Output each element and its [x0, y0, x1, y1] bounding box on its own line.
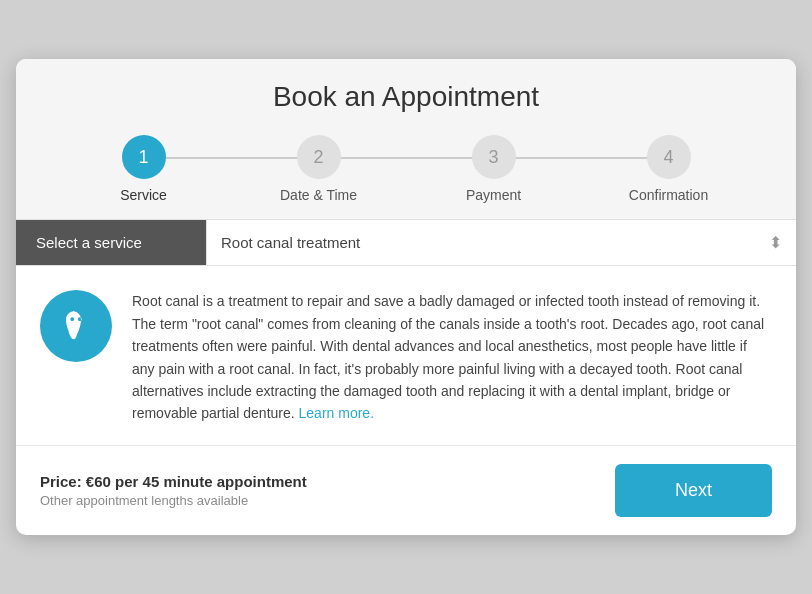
- price-info: Price: €60 per 45 minute appointment Oth…: [40, 473, 307, 508]
- booking-modal: Book an Appointment 1 Service 2 Date & T…: [16, 59, 796, 534]
- modal-footer: Price: €60 per 45 minute appointment Oth…: [16, 446, 796, 535]
- modal-body: Select a service Root canal treatment Te…: [16, 220, 796, 534]
- step-datetime: 2 Date & Time: [231, 135, 406, 203]
- step-4-label: Confirmation: [629, 187, 708, 203]
- price-sub: Other appointment lengths available: [40, 493, 307, 508]
- step-service: 1 Service: [56, 135, 231, 203]
- step-2-circle: 2: [297, 135, 341, 179]
- learn-more-link[interactable]: Learn more.: [299, 405, 374, 421]
- dental-icon: [56, 306, 96, 346]
- service-dropdown[interactable]: Root canal treatment Teeth cleaning Toot…: [221, 220, 782, 265]
- modal-title: Book an Appointment: [36, 81, 776, 113]
- steps-container: 1 Service 2 Date & Time 3 Payment 4: [36, 135, 776, 203]
- service-description: Root canal is a treatment to repair and …: [132, 290, 772, 424]
- service-select-row: Select a service Root canal treatment Te…: [16, 220, 796, 266]
- service-dropdown-wrapper: Root canal treatment Teeth cleaning Toot…: [206, 220, 796, 265]
- step-1-label: Service: [120, 187, 167, 203]
- service-info-section: Root canal is a treatment to repair and …: [16, 266, 796, 445]
- price-main: Price: €60 per 45 minute appointment: [40, 473, 307, 490]
- service-icon: [40, 290, 112, 362]
- modal-header: Book an Appointment 1 Service 2 Date & T…: [16, 59, 796, 220]
- step-4-circle: 4: [647, 135, 691, 179]
- step-1-circle: 1: [122, 135, 166, 179]
- service-select-label: Select a service: [16, 220, 206, 265]
- step-payment: 3 Payment: [406, 135, 581, 203]
- step-2-label: Date & Time: [280, 187, 357, 203]
- next-button[interactable]: Next: [615, 464, 772, 517]
- step-3-circle: 3: [472, 135, 516, 179]
- step-confirmation: 4 Confirmation: [581, 135, 756, 203]
- step-3-label: Payment: [466, 187, 521, 203]
